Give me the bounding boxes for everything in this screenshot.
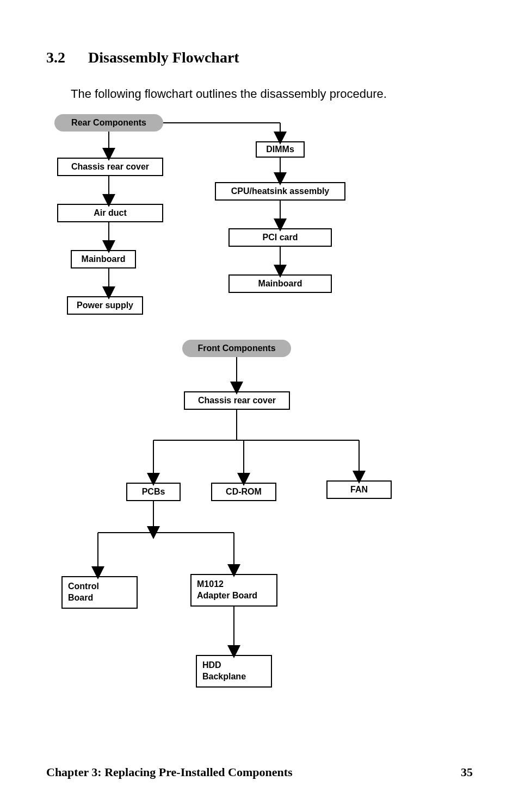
box-m1012-adapter: M1012 Adapter Board — [190, 574, 277, 607]
rear-components-start: Rear Components — [54, 114, 163, 132]
box-m1012-line1: M1012 — [197, 579, 224, 590]
box-pci-card: PCI card — [228, 228, 332, 247]
box-hdd-line2: Backplane — [202, 671, 246, 683]
footer-page-number: 35 — [461, 765, 473, 779]
box-air-duct: Air duct — [57, 204, 163, 222]
heading-number: 3.2 — [46, 49, 65, 66]
footer-chapter: Chapter 3: Replacing Pre-Installed Compo… — [46, 765, 293, 779]
section-heading: 3.2 Disassembly Flowchart — [46, 49, 239, 66]
heading-title: Disassembly Flowchart — [88, 49, 239, 66]
box-m1012-line2: Adapter Board — [197, 590, 257, 602]
box-fan: FAN — [326, 480, 392, 499]
box-mainboard-left: Mainboard — [71, 250, 136, 268]
box-hdd-backplane: HDD Backplane — [196, 655, 272, 688]
box-control-board-line2: Board — [68, 592, 93, 604]
intro-text: The following flowchart outlines the dis… — [71, 87, 387, 101]
box-chassis-rear-cover-2: Chassis rear cover — [184, 391, 290, 410]
box-pcbs: PCBs — [126, 483, 181, 501]
box-chassis-rear-cover-1: Chassis rear cover — [57, 158, 163, 176]
front-components-start: Front Components — [182, 340, 291, 357]
box-control-board-line1: Control — [68, 581, 99, 592]
box-power-supply: Power supply — [67, 296, 143, 315]
box-hdd-line1: HDD — [202, 660, 221, 671]
box-mainboard-right: Mainboard — [228, 274, 332, 293]
box-cdrom: CD-ROM — [211, 483, 276, 501]
box-dimms: DIMMs — [256, 141, 305, 158]
box-cpu-heatsink: CPU/heatsink assembly — [215, 182, 345, 201]
box-control-board: Control Board — [61, 576, 138, 609]
